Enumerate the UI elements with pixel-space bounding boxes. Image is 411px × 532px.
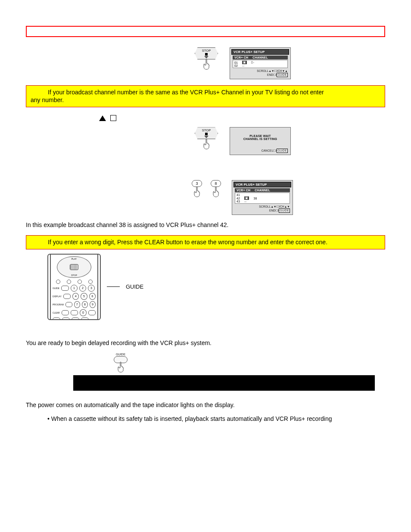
guide-key-label: GUIDE — [116, 353, 125, 356]
remote-control-figure: PLAY STOP GUIDE 1 2 3 DISPLAY 4 5 — [47, 254, 101, 320]
step-2-row: STOP PLEASE WAIT CHANNEL IS SETTING CANC… — [99, 127, 385, 155]
number-keys-figure: 3 8 — [191, 180, 221, 197]
stop-key-icon: STOP — [195, 47, 218, 59]
hand-icon — [212, 186, 220, 197]
header-red-box — [26, 26, 385, 37]
stop-key-label: STOP — [202, 128, 211, 132]
arrow-square-marker — [99, 115, 385, 121]
callout-b-text: If you enter a wrong digit, Press the CL… — [31, 238, 380, 246]
osd-wait-screen: PLEASE WAIT CHANNEL IS SETTING CANCEL☐/G… — [230, 127, 291, 155]
up-arrow-icon — [99, 115, 106, 121]
power-line: The power comes on automatically and the… — [26, 401, 385, 409]
remote-figure-row: PLAY STOP GUIDE 1 2 3 DISPLAY 4 5 — [47, 254, 385, 320]
callout-wrong-digit: If you enter a wrong digit, Press the CL… — [26, 235, 385, 249]
bullet-1: When a cassette without its safety tab i… — [47, 415, 385, 422]
guide-callout-label: GUIDE — [126, 283, 143, 290]
osd-setup-screen-2: VCR PLUS+ SETUP VCR+ CH CHANNEL 41 42▣38… — [232, 180, 293, 215]
hand-icon — [116, 361, 125, 373]
square-icon — [110, 115, 116, 121]
osd-setup-screen-1: VCR PLUS+ SETUP VCR+ CH CHANNEL 01▣▯- 02… — [230, 47, 291, 79]
example-line: In this example broadcast channel 38 is … — [26, 221, 385, 229]
callout-same-channel: If your broadcast channel number is the … — [26, 85, 385, 108]
stop-key-label: STOP — [202, 49, 211, 53]
callout-a-line2: any number. — [31, 96, 380, 104]
callout-a-line1: If your broadcast channel number is the … — [31, 88, 380, 96]
hand-icon — [202, 59, 211, 70]
osd1-title: VCR PLUS+ SETUP — [231, 49, 289, 55]
stop-button-figure: STOP — [193, 47, 219, 70]
hand-icon — [202, 138, 211, 149]
stop-key-icon: STOP — [195, 127, 218, 139]
black-bar — [73, 375, 375, 391]
leader-line — [107, 286, 120, 287]
guide-button-figure: GUIDE — [112, 353, 129, 373]
stop-button-figure-2: STOP — [193, 127, 219, 149]
step-3-row: 3 8 VCR PLUS+ SETUP VCR+ CH CHANNEL 41 4… — [99, 180, 385, 215]
bullet-list: When a cassette without its safety tab i… — [47, 415, 385, 422]
step-1-row: STOP VCR PLUS+ SETUP VCR+ CH CHANNEL 01▣… — [99, 47, 385, 79]
ready-line: You are ready to begin delayed recording… — [26, 339, 385, 347]
hand-icon — [193, 186, 201, 197]
